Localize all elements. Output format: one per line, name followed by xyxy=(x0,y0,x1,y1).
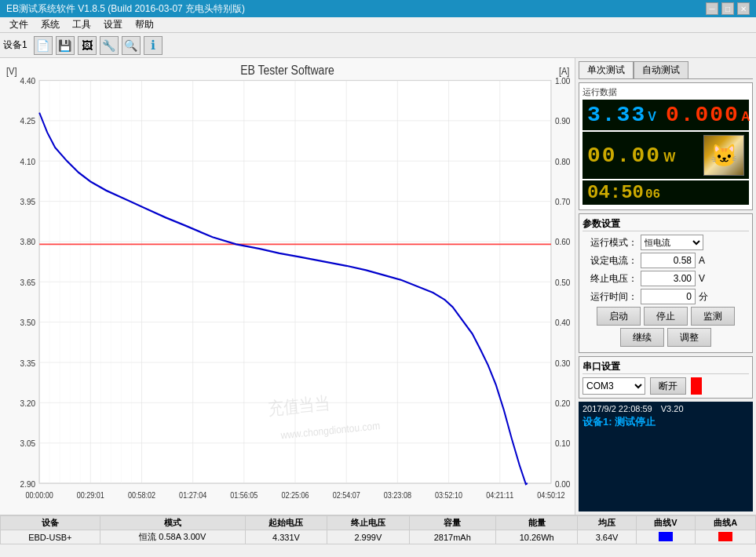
svg-text:0.10: 0.10 xyxy=(555,439,571,449)
current-unit: A xyxy=(699,255,705,266)
time-row: 运行时间： 分 xyxy=(583,289,749,304)
toolbar-info[interactable]: ℹ xyxy=(144,36,163,55)
svg-text:04:21:11: 04:21:11 xyxy=(486,491,513,501)
svg-text:0.30: 0.30 xyxy=(555,358,571,368)
running-data-title: 运行数据 xyxy=(583,86,749,98)
log-time: 2017/9/2 22:08:59 xyxy=(583,404,652,413)
menu-tools[interactable]: 工具 xyxy=(66,18,97,31)
close-button[interactable]: ✕ xyxy=(737,2,750,15)
adjust-button[interactable]: 调整 xyxy=(667,328,711,347)
toolbar-image[interactable]: 🖼 xyxy=(78,36,97,55)
time-display: 04:50 06 xyxy=(583,180,749,205)
voltage-stop-row: 终止电压： V xyxy=(583,271,749,286)
title-text: EB测试系统软件 V1.8.5 (Build 2016-03-07 充电头特别版… xyxy=(6,2,245,16)
menu-help[interactable]: 帮助 xyxy=(129,18,160,31)
col-device: 设备 xyxy=(1,516,100,530)
col-curve-a: 曲线A xyxy=(696,516,756,530)
col-curve-v: 曲线V xyxy=(636,516,696,530)
svg-text:EB Tester Software: EB Tester Software xyxy=(240,63,334,77)
cell-start-v: 4.331V xyxy=(245,530,327,544)
log-message: 设备1: 测试停止 xyxy=(583,415,749,429)
toolbar: 设备1 📄 💾 🖼 🔧 🔍 ℹ xyxy=(0,33,756,58)
tab-single[interactable]: 单次测试 xyxy=(579,61,634,78)
power-value: 00.00 xyxy=(587,144,661,168)
svg-text:4.25: 4.25 xyxy=(20,116,36,126)
port-row: COM3 COM1 COM2 断开 xyxy=(583,377,749,395)
svg-text:0.70: 0.70 xyxy=(555,197,571,207)
status-log: 2017/9/2 22:08:59 V3.20 设备1: 测试停止 xyxy=(579,402,753,511)
svg-text:03:52:10: 03:52:10 xyxy=(435,491,462,501)
table-header-row: 设备 模式 起始电压 终止电压 容量 能量 均压 曲线V 曲线A xyxy=(1,516,756,530)
port-select[interactable]: COM3 COM1 COM2 xyxy=(583,377,645,395)
svg-text:02:25:06: 02:25:06 xyxy=(281,491,309,501)
svg-text:1.00: 1.00 xyxy=(555,75,571,86)
tab-auto[interactable]: 自动测试 xyxy=(634,61,688,78)
svg-text:4.40: 4.40 xyxy=(20,75,36,86)
time-seconds: 06 xyxy=(645,187,660,202)
title-bar: EB测试系统软件 V1.8.5 (Build 2016-03-07 充电头特别版… xyxy=(0,0,756,17)
voltage-stop-input[interactable] xyxy=(641,271,696,286)
log-timestamp: 2017/9/2 22:08:59 V3.20 xyxy=(583,404,749,413)
stop-button[interactable]: 停止 xyxy=(644,307,688,326)
port-section: 串口设置 COM3 COM1 COM2 断开 xyxy=(579,356,753,399)
power-time-display: 00.00 W 🐱 xyxy=(583,132,749,179)
svg-text:0.80: 0.80 xyxy=(555,156,571,166)
voltage-stop-label: 终止电压： xyxy=(583,272,637,286)
continue-button[interactable]: 继续 xyxy=(620,328,664,347)
svg-text:0.60: 0.60 xyxy=(555,237,571,247)
toolbar-new[interactable]: 📄 xyxy=(34,36,53,55)
power-unit: W xyxy=(663,151,675,164)
cell-device: EBD-USB+ xyxy=(1,530,100,544)
svg-text:3.80: 3.80 xyxy=(20,237,36,247)
toolbar-search[interactable]: 🔍 xyxy=(122,36,141,55)
voltage-unit: V xyxy=(648,110,656,124)
svg-text:3.20: 3.20 xyxy=(20,398,36,408)
col-mode: 模式 xyxy=(100,516,245,530)
title-bar-controls: ─ □ ✕ xyxy=(706,2,750,15)
maximize-button[interactable]: □ xyxy=(721,2,734,15)
svg-text:3.50: 3.50 xyxy=(20,318,36,328)
col-end-v: 终止电压 xyxy=(327,516,409,530)
svg-text:00:00:00: 00:00:00 xyxy=(26,491,53,501)
current-input[interactable] xyxy=(641,253,696,268)
mode-select[interactable]: 恒电流 恒电阻 恒功率 xyxy=(641,235,703,250)
start-button[interactable]: 启动 xyxy=(597,307,641,326)
svg-text:0.50: 0.50 xyxy=(555,277,571,287)
power-display: 00.00 W xyxy=(587,144,675,168)
menu-system[interactable]: 系统 xyxy=(35,18,66,31)
table-row: EBD-USB+ 恒流 0.58A 3.00V 4.331V 2.999V 28… xyxy=(1,530,756,544)
minimize-button[interactable]: ─ xyxy=(706,2,718,15)
main-content: EB Tester Software [V] [A] ZKETECH xyxy=(0,58,756,515)
cell-avg-v: 3.64V xyxy=(578,530,636,544)
menu-file[interactable]: 文件 xyxy=(3,18,35,31)
time-input[interactable] xyxy=(641,289,696,304)
running-data-section: 运行数据 3.33 V 0.000 A 00.00 W 🐱 xyxy=(579,82,753,210)
voltage-value: 3.33 xyxy=(587,103,646,127)
current-value: 0.000 xyxy=(666,103,740,127)
toolbar-save[interactable]: 💾 xyxy=(56,36,75,55)
mode-row: 运行模式： 恒电流 恒电阻 恒功率 xyxy=(583,235,749,250)
bottom-table: 设备 模式 起始电压 终止电压 容量 能量 均压 曲线V 曲线A EBD-USB… xyxy=(0,515,756,540)
cell-curve-v xyxy=(636,530,696,544)
col-avg-v: 均压 xyxy=(578,516,636,530)
svg-text:3.05: 3.05 xyxy=(20,439,36,449)
disconnect-button[interactable]: 断开 xyxy=(650,377,686,395)
port-title: 串口设置 xyxy=(583,360,749,374)
time-value: 04:50 xyxy=(587,182,644,203)
cat-face: 🐱 xyxy=(704,136,743,175)
svg-text:01:56:05: 01:56:05 xyxy=(230,491,257,501)
svg-text:3.35: 3.35 xyxy=(20,358,36,368)
voltage-current-display: 3.33 V 0.000 A xyxy=(583,100,749,130)
cell-mode: 恒流 0.58A 3.00V xyxy=(100,530,245,544)
menu-settings[interactable]: 设置 xyxy=(97,18,129,31)
svg-text:0.90: 0.90 xyxy=(555,116,571,126)
cell-energy: 10.26Wh xyxy=(495,530,577,544)
current-label: 设定电流： xyxy=(583,254,637,268)
svg-text:01:27:04: 01:27:04 xyxy=(179,491,207,501)
time-unit: 分 xyxy=(699,290,708,304)
svg-text:2.90: 2.90 xyxy=(20,479,36,489)
log-version: V3.20 xyxy=(661,404,684,413)
toolbar-tools[interactable]: 🔧 xyxy=(100,36,119,55)
tabs: 单次测试 自动测试 xyxy=(579,61,753,79)
monitor-button[interactable]: 监测 xyxy=(691,307,735,326)
